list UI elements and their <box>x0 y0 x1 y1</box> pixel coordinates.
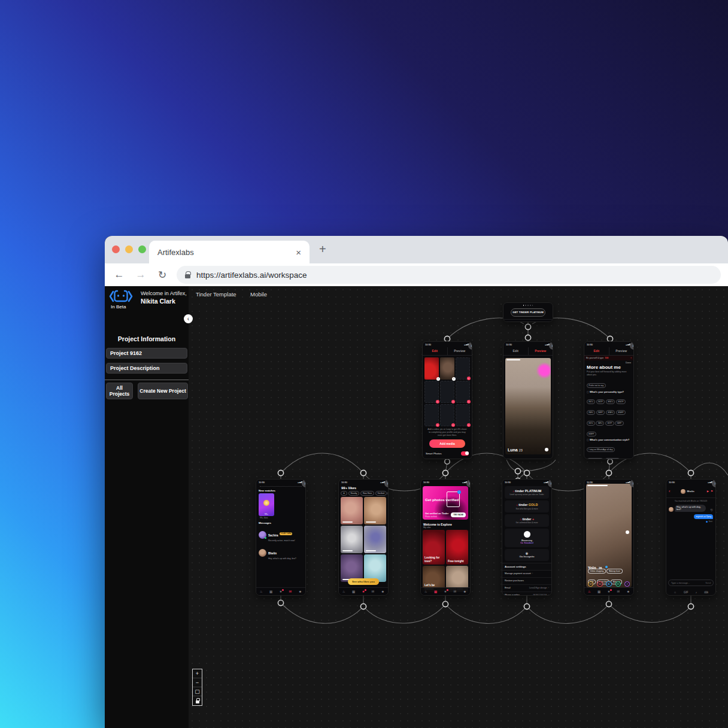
superlike-button[interactable]: ★ <box>606 581 612 587</box>
add-photo-icon[interactable]: + <box>451 400 455 404</box>
node-settings[interactable]: × 10:30▂▄▆ ♨tinder PLATINUM Level up eve… <box>502 479 552 596</box>
tinder-platinum-card[interactable]: ♨tinder PLATINUM Level up every action y… <box>505 486 549 499</box>
chip[interactable]: ISTJ <box>587 421 595 426</box>
chat-list-item[interactable]: SachiraYOUR TURN Recently active, match … <box>256 526 305 544</box>
chip[interactable]: INTP <box>596 399 605 404</box>
star-icon[interactable]: ★ <box>607 590 610 593</box>
send-button[interactable]: Send <box>705 582 711 584</box>
flame-icon[interactable]: ♨ <box>260 590 263 593</box>
profile-icon[interactable]: ☻ <box>546 321 550 322</box>
chip[interactable]: ESFP <box>587 432 596 436</box>
star-icon[interactable]: ★ <box>279 590 282 593</box>
blurred-profile[interactable] <box>364 526 386 553</box>
back-icon[interactable]: ← <box>112 269 126 281</box>
add-photo-icon[interactable]: + <box>436 423 439 427</box>
blurred-profile[interactable] <box>341 526 363 553</box>
info-icon[interactable] <box>545 448 549 452</box>
profile-icon[interactable]: ☻ <box>299 590 302 593</box>
chip[interactable]: ENFJ <box>606 410 615 415</box>
chat-list-item[interactable]: Bhelin Hey, what's up with dog, bro? <box>256 544 305 562</box>
flag-icon[interactable]: ⚑ <box>711 490 713 493</box>
filters-icon[interactable]: ⚙ <box>341 491 347 496</box>
like-button[interactable]: ♥ <box>615 581 621 587</box>
grid-icon[interactable]: ▦ <box>352 590 355 593</box>
preview-tab[interactable]: Preview <box>528 347 553 355</box>
explore-card[interactable]: Free tonight <box>446 530 468 565</box>
node-more-about-me[interactable]: × 10:30▂▄▆ Edit Preview Be yourself & ty… <box>584 341 634 459</box>
chip[interactable]: INFP <box>596 410 605 415</box>
keyboard-icon[interactable]: ⌨ <box>704 591 708 594</box>
empty-slot[interactable]: + <box>456 404 470 426</box>
node-close-icon[interactable]: × <box>630 342 634 350</box>
edit-tab[interactable]: Edit <box>423 347 447 355</box>
likes-match-card[interactable]: 99+ <box>259 493 274 516</box>
window-close-button[interactable] <box>112 245 120 253</box>
meter-close-icon[interactable]: × <box>630 357 632 359</box>
window-minimize-button[interactable] <box>125 245 133 253</box>
project-description-field[interactable]: Project Description <box>106 363 187 374</box>
chat-icon[interactable]: ✉ <box>372 590 375 593</box>
window-maximize-button[interactable] <box>138 245 146 253</box>
sidebar-collapse-button[interactable]: ‹ <box>184 314 193 323</box>
empty-slot[interactable]: + <box>440 404 454 426</box>
chip[interactable]: ENFP <box>616 410 626 415</box>
node-messages[interactable]: × 10:30▂▄▆ New matches 99+ 99+ likes Mes… <box>256 479 306 596</box>
blurred-profile[interactable] <box>341 497 363 524</box>
zoom-out-button[interactable]: − <box>193 678 202 687</box>
chip[interactable]: ENTJ <box>606 399 615 404</box>
preview-tab[interactable]: Preview <box>447 347 472 355</box>
nope-button[interactable]: ✕ <box>597 581 603 587</box>
forward-icon[interactable]: → <box>134 269 148 281</box>
chip[interactable]: ISFP <box>615 421 624 426</box>
gif-icon[interactable]: GIF <box>684 591 688 594</box>
grid-icon[interactable]: ▦ <box>517 321 520 322</box>
add-photo-icon[interactable]: + <box>467 423 471 427</box>
workspace-canvas[interactable]: Tinder Template Mobile <box>189 286 728 728</box>
music-icon[interactable]: ♪ <box>696 591 697 594</box>
chat-icon[interactable]: ✉ <box>536 321 539 322</box>
chip[interactable]: INTJ <box>587 399 595 404</box>
get-tinder-platinum-button[interactable]: GET TINDER PLATINUM <box>511 308 545 317</box>
tab-mobile[interactable]: Mobile <box>250 291 267 298</box>
tinder-plus-card[interactable]: ♨tinder + Get unlimited likes & more <box>505 514 549 527</box>
star-icon[interactable]: ★ <box>526 321 529 322</box>
node-close-icon[interactable]: × <box>384 480 389 487</box>
settings-row[interactable]: Restore purchases <box>502 578 551 585</box>
boost-button[interactable]: ⚡ <box>624 581 630 587</box>
add-media-button[interactable]: Add media <box>429 439 465 448</box>
edit-tab[interactable]: Edit <box>503 347 528 355</box>
node-explore[interactable]: × 10:30▂▄▆ ✓ Get photos verified Get ver… <box>420 479 471 596</box>
edit-tab[interactable]: Edit <box>584 347 609 355</box>
smart-photos-toggle[interactable] <box>461 451 469 456</box>
grid-icon[interactable]: ▦ <box>434 590 437 593</box>
node-close-icon[interactable]: × <box>549 342 553 350</box>
skip-chip[interactable]: Prefer not to say <box>587 383 606 388</box>
swipe-photo[interactable]: Yolo 26 Online shoppingMakeup loverBTSHo… <box>586 484 632 587</box>
address-bar[interactable]: https://artifexlabs.ai/workspace <box>177 266 721 284</box>
node-close-icon[interactable]: × <box>712 480 716 487</box>
flame-icon[interactable]: ♨ <box>342 590 345 593</box>
chip[interactable]: ISTP <box>605 421 614 426</box>
preview-tab[interactable]: Preview <box>609 347 634 355</box>
chip[interactable]: INFJ <box>587 410 595 415</box>
flame-icon[interactable]: ♨ <box>588 590 591 593</box>
project-name-field[interactable]: Project 9162 <box>106 348 187 359</box>
node-chat[interactable]: × 10:30▂▄▆ ‹ Bhelin ▶ ⚑ You matched with… <box>666 479 716 596</box>
new-tab-button[interactable]: + <box>319 242 326 256</box>
chat-icon[interactable]: ✉ <box>454 590 457 593</box>
reload-icon[interactable]: ↻ <box>155 269 169 281</box>
node-likes[interactable]: × 10:30▂▄▆ 99+ likes ⚙ Nearby New Here V… <box>338 479 389 596</box>
browsing-card[interactable]: Browsing Go Standard <box>505 529 549 547</box>
profile-icon[interactable]: ☻ <box>463 590 467 593</box>
settings-row[interactable]: Manage payment account› <box>502 571 551 578</box>
node-close-icon[interactable]: × <box>630 480 634 487</box>
flame-icon[interactable]: ♨ <box>424 590 427 593</box>
chip[interactable]: ISFJ <box>596 421 604 426</box>
tab-close-icon[interactable]: × <box>296 247 301 257</box>
settings-row[interactable]: Phone number96361234216› <box>502 592 551 596</box>
node-profile-preview[interactable]: × 10:30▂▄▆ Edit Preview Luna 23 <box>503 341 553 459</box>
node-close-icon[interactable]: × <box>302 480 306 487</box>
node-swipe-card[interactable]: × 10:30▂▄▆ Yolo 26 Online shoppingMakeup… <box>584 479 634 596</box>
chat-icon[interactable]: ✉ <box>617 590 620 593</box>
verify-banner[interactable]: ✓ Get photos verified Get verified on Ti… <box>423 486 468 520</box>
